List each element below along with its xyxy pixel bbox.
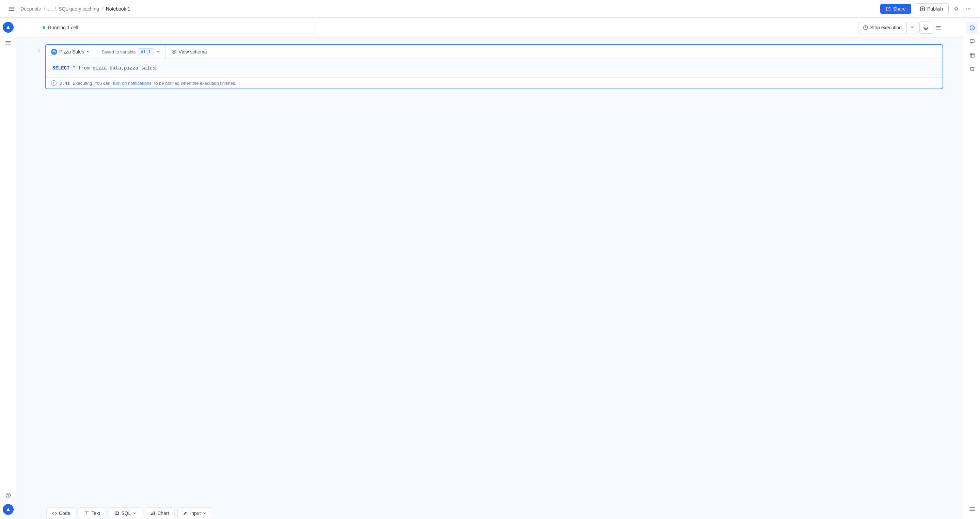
eye-icon xyxy=(171,49,177,54)
svg-point-11 xyxy=(8,496,8,497)
more-button[interactable] xyxy=(964,4,973,14)
publish-label: Publish xyxy=(927,6,943,11)
view-schema-button[interactable]: View schema xyxy=(166,46,213,58)
sql-cell: Pizza Sales Saved to variable df_1 xyxy=(45,44,943,89)
code-label: Code xyxy=(59,511,70,516)
breadcrumb-sep3: / xyxy=(102,6,103,11)
db-chevron-icon xyxy=(86,50,90,54)
info-letter: i xyxy=(54,81,54,85)
svg-rect-8 xyxy=(5,43,11,43)
app-header: Deepnote / ... / SQL query caching / Not… xyxy=(0,0,980,18)
sql-icon xyxy=(115,511,119,516)
stop-icon xyxy=(863,25,868,30)
cell-drag-handle[interactable]: ⠿ xyxy=(37,44,41,54)
publish-icon xyxy=(920,6,925,11)
stop-label: Stop execution xyxy=(870,25,902,30)
right-comment-icon xyxy=(969,39,975,44)
exec-time: 3.4s xyxy=(59,81,70,86)
share-icon xyxy=(886,6,891,11)
add-chart-button[interactable]: Chart xyxy=(145,508,175,519)
input-chevron-icon xyxy=(203,511,206,515)
sidebar-bottom xyxy=(2,489,14,515)
right-info-button[interactable] xyxy=(966,22,978,34)
breadcrumb-ellipsis[interactable]: ... xyxy=(48,6,52,11)
var-chevron-icon xyxy=(156,50,160,54)
svg-point-23 xyxy=(972,27,972,27)
notebook-area: ⠿ Pizza Sales xyxy=(16,37,964,501)
info-icon: i xyxy=(51,80,57,86)
right-table-button[interactable] xyxy=(966,49,978,61)
db-icon xyxy=(51,49,57,55)
view-schema-label: View schema xyxy=(179,49,207,54)
svg-point-5 xyxy=(968,8,969,9)
user-avatar[interactable] xyxy=(3,504,14,515)
input-icon xyxy=(183,511,188,516)
svg-rect-25 xyxy=(970,53,974,57)
help-button[interactable] xyxy=(2,489,14,501)
share-button[interactable]: Share xyxy=(880,4,911,14)
exec-suffix: to be notified when the execution finish… xyxy=(154,81,236,86)
running-indicator: Running 1 cell xyxy=(37,22,316,33)
more-icon xyxy=(966,6,971,11)
right-lines-icon xyxy=(969,506,975,511)
code-keyword: SELECT xyxy=(52,64,70,72)
svg-rect-28 xyxy=(969,510,975,511)
running-text: Running 1 cell xyxy=(48,25,78,30)
status-actions: Stop execution xyxy=(858,21,943,34)
right-sidebar xyxy=(964,18,980,519)
cell-toolbar: Pizza Sales Saved to variable df_1 xyxy=(46,45,943,59)
share-label: Share xyxy=(893,6,906,11)
right-trash-icon xyxy=(969,66,975,72)
stop-execution-button[interactable]: Stop execution xyxy=(858,22,907,33)
input-label: Input xyxy=(190,511,200,516)
stop-execution-group: Stop execution xyxy=(858,22,918,33)
content-area: Running 1 cell Stop execution xyxy=(16,18,964,519)
sql-label: SQL xyxy=(121,511,131,516)
svg-rect-0 xyxy=(9,7,14,8)
add-code-button[interactable]: Code xyxy=(46,508,76,519)
add-sql-button[interactable]: SQL xyxy=(109,508,142,519)
collapse-icon xyxy=(936,25,941,30)
exec-message: Executing. You can xyxy=(73,81,110,86)
sidebar-lines-icon xyxy=(5,40,11,46)
breadcrumb-root[interactable]: Deepnote xyxy=(21,6,41,11)
svg-rect-18 xyxy=(115,512,118,514)
star-button[interactable] xyxy=(951,4,961,14)
svg-rect-21 xyxy=(154,511,155,515)
chart-label: Chart xyxy=(158,511,169,516)
left-sidebar xyxy=(0,18,16,519)
refresh-button[interactable] xyxy=(920,21,932,34)
right-table-icon xyxy=(969,53,975,58)
add-input-button[interactable]: Input xyxy=(177,508,212,519)
notifications-link[interactable]: turn on notifications xyxy=(113,81,151,86)
sidebar-menu-button[interactable] xyxy=(2,37,14,49)
svg-rect-26 xyxy=(969,508,975,508)
add-text-button[interactable]: Text xyxy=(79,508,106,519)
breadcrumb-sep2: / xyxy=(54,6,56,11)
code-editor[interactable]: SELECT * from pizza_data.pizza_sales xyxy=(46,59,943,78)
breadcrumb: Deepnote / ... / SQL query caching / Not… xyxy=(21,6,876,11)
help-icon xyxy=(5,492,11,498)
svg-rect-7 xyxy=(5,41,11,42)
collapse-sidebar-button[interactable] xyxy=(934,23,943,32)
main-layout: Running 1 cell Stop execution xyxy=(0,18,980,519)
svg-rect-2 xyxy=(9,10,14,11)
right-info-icon xyxy=(969,25,975,31)
db-selector[interactable]: Pizza Sales xyxy=(46,45,96,58)
breadcrumb-sep1: / xyxy=(44,6,45,11)
breadcrumb-section[interactable]: SQL query caching xyxy=(59,6,99,11)
status-bar: Running 1 cell Stop execution xyxy=(16,18,964,37)
svg-point-16 xyxy=(53,51,56,52)
db-name: Pizza Sales xyxy=(59,49,84,54)
right-trash-button[interactable] xyxy=(966,63,978,75)
sql-chevron-icon xyxy=(133,511,136,515)
publish-button[interactable]: Publish xyxy=(914,3,949,14)
right-menu-button[interactable] xyxy=(966,503,978,515)
code-line: SELECT * from pizza_data.pizza_sales xyxy=(52,64,936,72)
stop-dropdown-button[interactable] xyxy=(907,22,918,33)
variable-selector[interactable]: Saved to variable df_1 xyxy=(96,45,165,59)
app-logo[interactable] xyxy=(3,22,14,33)
menu-button[interactable] xyxy=(7,4,16,14)
right-comment-button[interactable] xyxy=(966,35,978,48)
variable-badge: df_1 xyxy=(138,48,154,55)
